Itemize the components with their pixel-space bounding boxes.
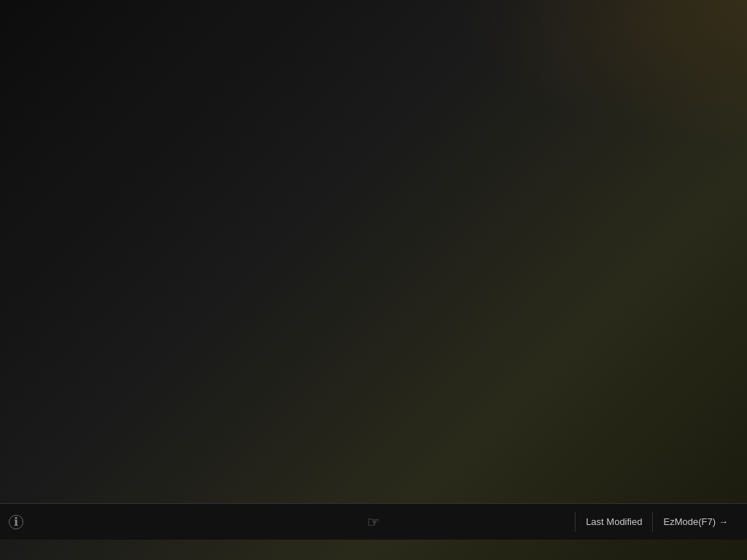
- ez-mode-button[interactable]: EzMode(F7) →: [652, 512, 738, 532]
- footer-right: Last Modified EzMode(F7) →: [575, 512, 738, 532]
- info-icon: ℹ: [9, 515, 23, 529]
- arrow-icon: →: [719, 516, 728, 527]
- footer-info: ℹ: [9, 515, 23, 529]
- last-modified-button[interactable]: Last Modified: [575, 512, 652, 532]
- footer: ℹ ☞ Last Modified EzMode(F7) →: [0, 503, 747, 540]
- cursor-icon: ☞: [367, 513, 380, 531]
- ez-mode-label: EzMode(F7): [663, 516, 716, 527]
